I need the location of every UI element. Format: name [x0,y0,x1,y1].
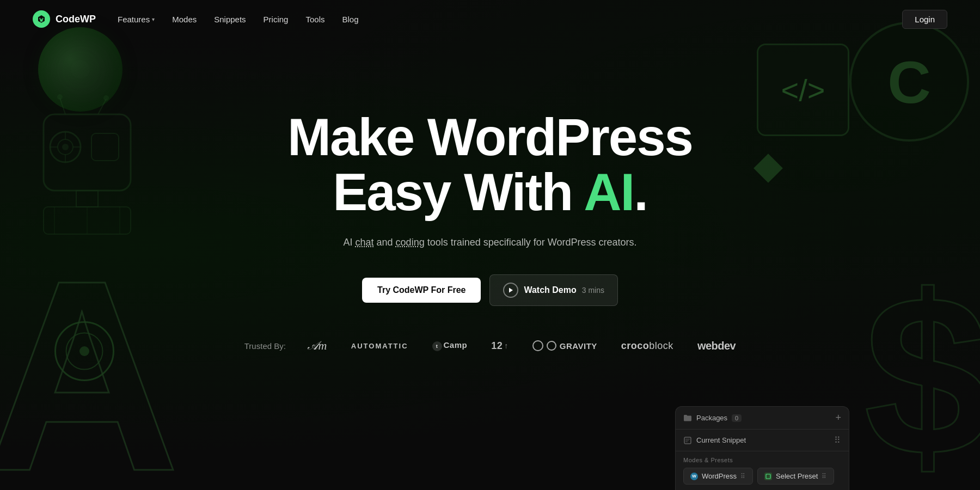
logo-text: CodeWP [56,14,96,25]
trusted-logo-gravity: GRAVITY [532,340,597,351]
nav-link-modes[interactable]: Modes [172,15,197,24]
nav-item-pricing[interactable]: Pricing [264,15,289,24]
watch-demo-button[interactable]: Watch Demo 3 mins [489,274,618,306]
nav-item-blog[interactable]: Blog [342,15,359,24]
nav-link-snippets[interactable]: Snippets [214,15,246,24]
cta-primary-button[interactable]: Try CodeWP For Free [362,278,481,303]
navbar: CodeWP Features ▾ Modes Snippets [0,0,980,38]
play-icon [503,283,518,298]
trusted-logo-automattic: AUTOMATTIC [351,342,408,350]
nav-link-tools[interactable]: Tools [305,15,324,24]
trusted-logo-webdev: webdev [697,340,736,352]
page-wrapper: CodeWP Features ▾ Modes Snippets [0,0,980,490]
hero-buttons: Try CodeWP For Free Watch Demo 3 mins [362,274,618,306]
trusted-section: Trusted By: 𝒜m AUTOMATTIC tCamp 12↑ GRAV… [244,339,736,353]
nav-item-tools[interactable]: Tools [305,15,324,24]
chevron-down-icon: ▾ [152,16,155,22]
logo-icon [33,10,50,28]
trusted-logo-am: 𝒜m [308,339,327,353]
trusted-label: Trusted By: [244,341,286,351]
nav-link-pricing[interactable]: Pricing [264,15,289,24]
hero-subtitle: AI chat and coding tools trained specifi… [344,235,637,250]
trusted-logos: 𝒜m AUTOMATTIC tCamp 12↑ GRAVITY crocoblo… [308,339,736,353]
logo-link[interactable]: CodeWP [33,10,96,28]
nav-item-features[interactable]: Features ▾ [118,15,155,24]
tcamp-icon: t [432,341,442,351]
nav-item-snippets[interactable]: Snippets [214,15,246,24]
login-button[interactable]: Login [902,10,947,29]
coding-underline: coding [396,237,425,248]
nav-item-modes[interactable]: Modes [172,15,197,24]
trusted-logo-12up: 12↑ [491,340,509,352]
nav-links: Features ▾ Modes Snippets Pricing [118,15,902,24]
trusted-logo-tcamp: tCamp [432,340,468,351]
demo-duration: 3 mins [582,286,604,295]
hero-title: Make WordPress Easy With AI. [287,110,693,220]
nav-link-blog[interactable]: Blog [342,15,359,24]
trusted-logo-croco: crocoblock [621,340,673,352]
ai-text: AI [584,163,634,221]
nav-link-features[interactable]: Features ▾ [118,15,155,24]
hero-section: Make WordPress Easy With AI. AI chat and… [0,38,980,490]
chat-underline: chat [356,237,374,248]
